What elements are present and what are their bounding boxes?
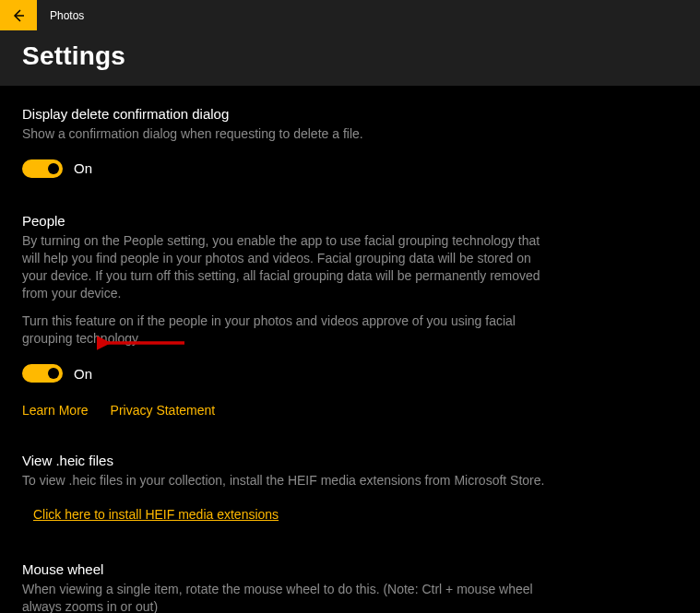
setting-description-secondary: Turn this feature on if the people in yo…: [22, 312, 545, 348]
setting-mouse-wheel: Mouse wheel When viewing a single item, …: [22, 561, 545, 613]
settings-content: Display delete confirmation dialog Show …: [0, 86, 567, 613]
toggle-knob-icon: [48, 368, 59, 379]
setting-description: To view .heic files in your collection, …: [22, 472, 545, 489]
people-links: Learn More Privacy Statement: [22, 403, 545, 418]
setting-label: View .heic files: [22, 453, 545, 468]
setting-label: Mouse wheel: [22, 561, 545, 577]
toggle-knob-icon: [48, 163, 59, 174]
setting-description: By turning on the People setting, you en…: [22, 232, 545, 302]
titlebar: Photos: [0, 0, 700, 30]
toggle-row: On: [22, 364, 545, 383]
toggle-state-label: On: [74, 366, 92, 382]
back-arrow-icon: [11, 8, 26, 23]
setting-delete-confirmation: Display delete confirmation dialog Show …: [22, 106, 545, 178]
page-header: Settings: [0, 30, 700, 86]
setting-heic: View .heic files To view .heic files in …: [22, 453, 545, 523]
setting-label: Display delete confirmation dialog: [22, 106, 545, 122]
heif-link-row: Click here to install HEIF media extensi…: [22, 506, 545, 523]
install-heif-link[interactable]: Click here to install HEIF media extensi…: [33, 507, 279, 522]
setting-label: People: [22, 213, 545, 229]
setting-description: When viewing a single item, rotate the m…: [22, 581, 545, 613]
learn-more-link[interactable]: Learn More: [22, 403, 89, 418]
page-title: Settings: [22, 41, 678, 71]
back-button[interactable]: [0, 0, 37, 30]
toggle-state-label: On: [74, 160, 92, 176]
toggle-row: On: [22, 159, 545, 178]
delete-confirmation-toggle[interactable]: [22, 159, 63, 178]
privacy-statement-link[interactable]: Privacy Statement: [111, 403, 216, 418]
setting-description: Show a confirmation dialog when requesti…: [22, 125, 545, 143]
setting-people: People By turning on the People setting,…: [22, 213, 545, 418]
people-toggle[interactable]: [22, 364, 63, 383]
app-title: Photos: [50, 9, 84, 22]
